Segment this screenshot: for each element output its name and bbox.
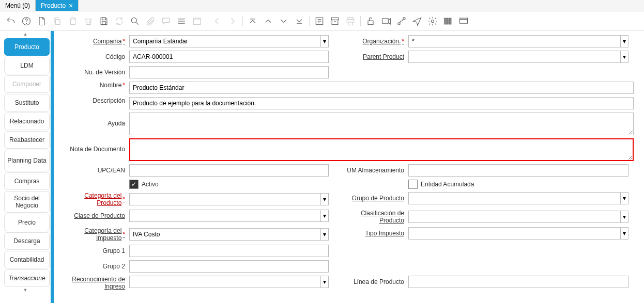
svg-rect-3 [102,18,106,20]
calendar-icon [191,15,203,27]
toggle-icon[interactable] [176,15,187,27]
form-content: Compañía ▾ Organización. ▾ Código [54,31,644,303]
search-icon[interactable] [129,15,141,27]
chevron-down-icon[interactable]: ▾ [620,35,628,47]
input-upc[interactable] [129,164,329,177]
input-linea-producto[interactable] [408,276,628,288]
svg-point-5 [131,18,136,23]
sidebar-item-contabilidad[interactable]: Contabilidad [4,251,50,268]
svg-point-27 [398,22,400,24]
sidebar-item-componentes[interactable]: Componer [4,75,50,93]
sidebar-item-precio[interactable]: Precio [4,214,50,231]
chevron-down-icon[interactable]: ▾ [320,276,329,288]
input-grupo1[interactable] [129,245,329,257]
label-version: No. de Versión [60,69,129,76]
combo-grupo-producto[interactable]: ▾ [408,192,628,204]
combo-compania[interactable]: ▾ [129,35,329,47]
input-reconocimiento[interactable] [129,276,320,288]
input-clasificacion-producto[interactable] [408,211,620,223]
chevron-down-icon[interactable]: ▾ [620,227,628,240]
sidebar-item-reabastecer[interactable]: Reabastecer [4,131,50,149]
save-icon[interactable] [98,15,110,27]
barcode-icon[interactable] [442,15,454,27]
combo-tipo-impuesto[interactable]: ▾ [408,227,628,240]
sidebar-item-relacionado[interactable]: Relacionado [4,113,50,130]
input-clase-producto[interactable] [129,210,320,222]
svg-rect-20 [332,20,338,24]
chat-icon [160,15,172,27]
report-icon[interactable] [314,15,325,27]
chevron-down-icon[interactable]: ▾ [620,211,628,223]
input-tipo-impuesto[interactable] [408,227,620,240]
new-icon[interactable] [36,15,48,27]
archive-icon[interactable] [329,15,341,27]
tab-producto[interactable]: Producto × [36,0,79,11]
input-categoria-producto[interactable] [129,193,320,205]
combo-parent[interactable]: ▾ [408,51,628,63]
svg-rect-25 [368,21,373,24]
input-um[interactable] [408,164,628,177]
svg-point-1 [26,23,27,23]
sidebar-item-transacciones[interactable]: Transaccione [4,269,50,287]
scroll-up-icon[interactable]: ▲ [0,31,51,37]
chevron-down-icon[interactable]: ▾ [320,228,329,241]
undo-icon[interactable] [5,15,17,27]
zoom-icon[interactable] [380,15,392,27]
close-icon[interactable]: × [69,2,73,10]
sidebar: ▲ Producto LDM Componer Sustituto Relaci… [0,31,51,303]
chevron-down-icon[interactable]: ▾ [320,210,329,222]
input-nombre[interactable] [129,82,634,94]
combo-reconocimiento[interactable]: ▾ [129,276,329,288]
send-icon[interactable] [411,15,423,27]
combo-clase-producto[interactable]: ▾ [129,210,329,222]
sidebar-item-ldm[interactable]: LDM [4,57,50,74]
chevron-down-icon[interactable]: ▾ [620,51,628,63]
sidebar-item-socio[interactable]: Socio del Negocio [4,191,50,213]
textarea-ayuda[interactable] [129,113,634,135]
sidebar-item-compras[interactable]: Compras [4,172,50,190]
label-descripcion: Descripción [60,97,129,104]
chevron-down-icon[interactable]: ▾ [320,193,329,205]
input-grupo2[interactable] [129,260,329,273]
down-icon[interactable] [278,15,289,27]
input-parent[interactable] [408,51,620,63]
last-icon[interactable] [294,15,305,27]
screen-icon[interactable] [458,15,469,27]
sidebar-item-sustituto[interactable]: Sustituto [4,94,50,111]
gear-icon[interactable] [427,15,438,27]
svg-rect-35 [460,18,468,23]
checkbox-activo[interactable]: ✓ [129,180,139,189]
input-grupo-producto[interactable] [408,192,620,204]
sidebar-item-planning[interactable]: Planning Data [4,150,50,171]
attach-icon [145,15,156,27]
separator [360,16,361,26]
chevron-down-icon[interactable]: ▾ [320,35,329,47]
sidebar-item-descarga[interactable]: Descarga [4,232,50,250]
combo-organizacion[interactable]: ▾ [408,35,628,47]
label-categoria-producto: Categoría del Producto [60,192,129,206]
input-categoria-impuesto[interactable] [129,228,320,241]
scroll-down-icon[interactable]: ▼ [0,287,51,293]
first-icon[interactable] [247,15,258,27]
chevron-down-icon[interactable]: ▾ [620,192,628,204]
input-descripcion[interactable] [129,97,634,109]
workflow-icon[interactable] [396,15,407,27]
input-version[interactable] [129,66,329,78]
tab-menu[interactable]: Menú (0) [0,0,36,11]
help-icon[interactable] [21,15,32,27]
lock-icon[interactable] [365,15,376,27]
combo-categoria-impuesto[interactable]: ▾ [129,228,329,241]
input-organizacion[interactable] [408,35,620,47]
input-compania[interactable] [129,35,320,47]
textarea-nota[interactable] [129,138,634,161]
sidebar-item-producto[interactable]: Producto [4,38,50,56]
combo-clasificacion-producto[interactable]: ▾ [408,211,628,223]
separator [242,16,243,26]
label-upc: UPC/EAN [60,167,129,174]
input-codigo[interactable] [129,51,329,63]
checkbox-entidad[interactable] [408,180,418,189]
combo-categoria-producto[interactable]: ▾ [129,193,329,205]
up-icon[interactable] [263,15,274,27]
svg-rect-22 [348,17,353,19]
refresh-icon [114,15,125,27]
